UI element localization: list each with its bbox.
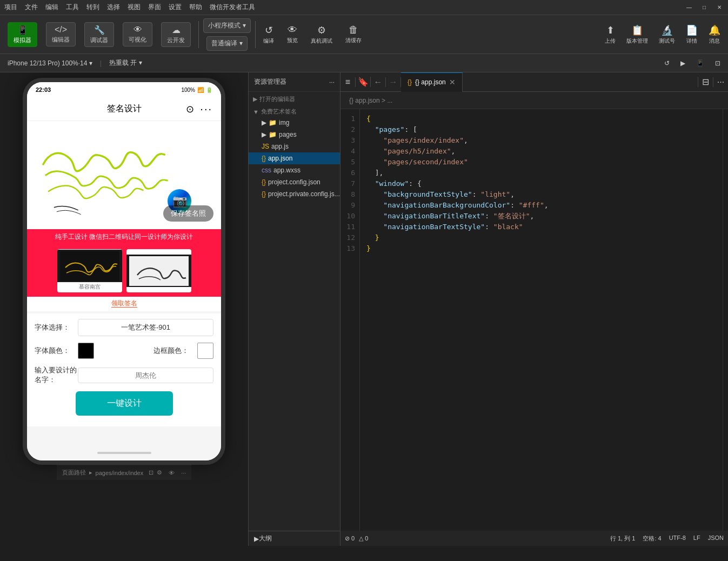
more-options-icon[interactable]: ···: [181, 470, 186, 476]
menu-item-tools[interactable]: 工具: [66, 3, 79, 12]
chevron-down-icon: ▼: [253, 109, 259, 115]
project-label: 免费艺术签名: [261, 108, 297, 116]
menu-item-project[interactable]: 项目: [4, 3, 17, 12]
menu-item-devtools[interactable]: 微信开发者工具: [210, 3, 255, 12]
error-count: ⊘ 0: [345, 535, 355, 542]
list-icon[interactable]: ≡: [340, 77, 356, 87]
toolbar-divider-2: [255, 21, 256, 48]
editor-panel: ≡ 🔖 ← → {} {} app.json ✕ ⊟ ··· {} app.js…: [340, 72, 728, 546]
filetree-item-pages[interactable]: ▶ 📁 pages: [249, 129, 340, 141]
menu-item-help[interactable]: 帮助: [189, 3, 202, 12]
device-select[interactable]: iPhone 12/13 Pro) 100%·14 ▾: [4, 58, 96, 68]
breadcrumb-path: {} app.json > ...: [349, 97, 392, 104]
code-area[interactable]: 1 2 3 4 5 6 7 8 9 10 11 12 13 { "pages":…: [340, 109, 728, 531]
split-editor-icon[interactable]: ⊟: [698, 77, 713, 87]
home-indicator: [27, 445, 221, 460]
one-click-design-button[interactable]: 一键设计: [76, 391, 173, 416]
version-manager-button[interactable]: 📋 版本管理: [623, 22, 651, 47]
font-select-row: 字体选择： 一笔艺术签-901: [35, 319, 213, 336]
play-button[interactable]: ▶: [677, 58, 689, 68]
phone-icon-button[interactable]: 📱: [693, 58, 707, 68]
menu-item-view[interactable]: 视图: [128, 3, 141, 12]
editor-tabs: ≡ 🔖 ← → {} {} app.json ✕ ⊟ ···: [340, 72, 728, 92]
real-debug-button[interactable]: ⚙ 真机调试: [308, 22, 336, 47]
open-editors-section[interactable]: ▶ 打开的编辑器: [249, 92, 340, 104]
message-button[interactable]: 🔔 消息: [705, 22, 724, 47]
menu-item-settings[interactable]: 设置: [169, 3, 182, 12]
filetree-item-appjs[interactable]: JS app.js: [249, 141, 340, 152]
phone-nav-bar: 签名设计 ⊙ ···: [27, 97, 221, 121]
upload-button[interactable]: ⬆ 上传: [602, 22, 619, 47]
scan-icon[interactable]: ⊙: [186, 103, 194, 115]
minimize-button[interactable]: —: [685, 3, 693, 12]
code-content[interactable]: { "pages": [ "pages/index/index", "pages…: [360, 109, 723, 531]
outline-panel[interactable]: ▶ 大纲: [249, 531, 340, 546]
border-color-label: 边框颜色：: [153, 346, 189, 356]
bookmark-icon[interactable]: 🔖: [356, 77, 371, 87]
save-signature-button[interactable]: 保存签名照: [163, 205, 213, 222]
cursor-position[interactable]: 行 1, 列 1: [610, 535, 635, 543]
copy-icon-button[interactable]: ⊡: [712, 58, 724, 68]
more-editor-options-icon[interactable]: ···: [713, 77, 728, 87]
menu-item-file[interactable]: 文件: [25, 3, 38, 12]
chevron-right-icon: ▶: [253, 96, 257, 103]
preview-button[interactable]: 👁 预览: [284, 22, 301, 46]
open-editors-label: 打开的编辑器: [259, 95, 295, 103]
debugger-btn[interactable]: 🔧 调试器: [81, 22, 117, 47]
simulator-btn[interactable]: 📱 模拟器: [4, 22, 41, 47]
filetree-item-projectconfig[interactable]: {} project.config.json: [249, 176, 340, 188]
json-tab-icon: {}: [408, 78, 412, 86]
signature-canvas[interactable]: 📷 保存签名照: [27, 121, 221, 229]
detail-button[interactable]: 📄 详情: [683, 22, 701, 47]
outline-label: 大纲: [259, 534, 272, 543]
file-format[interactable]: JSON: [708, 535, 724, 543]
font-color-picker[interactable]: [78, 343, 94, 359]
more-icon[interactable]: ···: [200, 103, 212, 115]
tab-app-json[interactable]: {} {} app.json ✕: [401, 72, 463, 92]
filetree-options-icon[interactable]: ···: [329, 78, 335, 86]
json-file-icon: {}: [262, 155, 266, 162]
cloud-btn[interactable]: ☁ 云开发: [158, 22, 194, 47]
main-toolbar: 📱 模拟器 </> 编辑器 🔧 调试器 👁 可视化 ☁ 云开发 小程序模式 ▾: [0, 15, 728, 54]
visualize-btn[interactable]: 👁 可视化: [119, 22, 156, 46]
item-label-private: project.private.config.js...: [268, 190, 340, 198]
refresh-button[interactable]: ↺: [661, 58, 673, 68]
sub-toolbar: iPhone 12/13 Pro) 100%·14 ▾ | 热重载 开 ▾ ↺ …: [0, 54, 728, 72]
settings-icon[interactable]: ⚙: [157, 469, 162, 476]
wxss-file-icon: css: [262, 166, 271, 174]
back-icon[interactable]: ←: [371, 77, 386, 87]
filetree-item-appjson[interactable]: {} app.json: [249, 152, 340, 164]
tab-close-button[interactable]: ✕: [449, 78, 456, 86]
indent-size[interactable]: 空格: 4: [643, 535, 661, 543]
name-input[interactable]: [78, 368, 213, 383]
test-number-button[interactable]: 🔬 测试号: [656, 22, 678, 47]
close-button[interactable]: ✕: [715, 3, 724, 12]
line-ending[interactable]: LF: [693, 535, 700, 543]
forward-icon[interactable]: →: [386, 77, 401, 87]
clear-cache-button[interactable]: 🗑 清缓存: [342, 22, 365, 46]
eye-icon[interactable]: 👁: [169, 470, 175, 476]
menu-item-goto[interactable]: 转到: [86, 3, 99, 12]
filetree-item-img[interactable]: ▶ 📁 img: [249, 117, 340, 129]
item-label-appwxss: app.wxss: [273, 166, 300, 174]
hotreload-toggle[interactable]: 热重载 开 ▾: [106, 57, 145, 69]
filetree-header: 资源管理器 ···: [249, 72, 340, 92]
editor-scrollbar[interactable]: [723, 109, 728, 531]
maximize-button[interactable]: □: [700, 3, 709, 12]
menu-bar: 项目 文件 编辑 工具 转到 选择 视图 界面 设置 帮助 微信开发者工具 — …: [0, 0, 728, 15]
claim-link[interactable]: 领取签名: [27, 297, 221, 311]
project-section[interactable]: ▼ 免费艺术签名: [249, 104, 340, 117]
menu-item-interface[interactable]: 界面: [148, 3, 161, 12]
font-value[interactable]: 一笔艺术签-901: [78, 319, 213, 336]
menu-item-select[interactable]: 选择: [107, 3, 120, 12]
encoding[interactable]: UTF-8: [669, 535, 686, 543]
item-label-appjs: app.js: [271, 143, 289, 150]
compile-dropdown[interactable]: 普通编译 ▾: [206, 36, 248, 51]
menu-item-edit[interactable]: 编辑: [45, 3, 58, 12]
filetree-item-appwxss[interactable]: css app.wxss: [249, 164, 340, 176]
compile-button[interactable]: ↺ 编译: [260, 22, 277, 47]
filetree-item-private[interactable]: {} project.private.config.js...: [249, 188, 340, 200]
editor-btn[interactable]: </> 编辑器: [43, 22, 79, 46]
border-color-picker[interactable]: [197, 343, 213, 359]
mode-dropdown[interactable]: 小程序模式 ▾: [203, 18, 251, 33]
